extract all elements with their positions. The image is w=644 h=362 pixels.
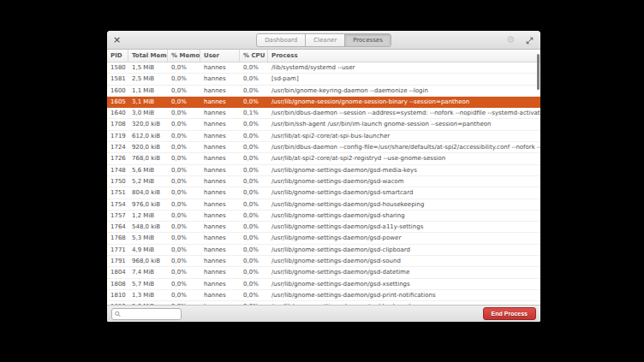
cell-user: hannes — [200, 233, 240, 243]
table-row[interactable]: 1724920,0 kiB0,0%hannes0,0%/usr/bin/dbus… — [107, 142, 540, 153]
table-row[interactable]: 1751804,0 kiB0,0%hannes0,0%/usr/lib/gnom… — [107, 187, 540, 199]
cell-pid: 1768 — [107, 233, 128, 243]
monitor-window: × Dashboard Cleaner Processes ⚙ PID Tota… — [107, 31, 540, 322]
cell-pct_memory: 0,0% — [168, 131, 200, 141]
column-header-user[interactable]: User — [200, 50, 240, 62]
cell-total_memory: 548,0 kiB — [128, 222, 168, 232]
cell-pct_memory: 0,0% — [168, 176, 200, 187]
cell-pct_memory: 0,0% — [168, 74, 200, 84]
column-header-pid[interactable]: PID — [107, 50, 128, 62]
table-row[interactable]: 17714,9 MiB0,0%hannes0,0%/usr/lib/gnome-… — [107, 245, 540, 256]
table-row[interactable]: 17685,3 MiB0,0%hannes0,0%/usr/lib/gnome-… — [107, 233, 540, 244]
cell-total_memory: 2,5 MiB — [128, 74, 168, 84]
tab-cleaner[interactable]: Cleaner — [306, 34, 345, 46]
gear-icon[interactable]: ⚙ — [506, 31, 515, 50]
table-row[interactable]: 15812,5 MiB0,0%hannes0,0%[sd-pam] — [107, 74, 540, 85]
cell-process: /usr/lib/gnome-settings-daemon/gsd-datet… — [268, 267, 540, 277]
column-header-process[interactable]: Process — [268, 50, 540, 62]
cell-user: hannes — [200, 108, 240, 118]
cell-user: hannes — [200, 62, 240, 73]
table-row[interactable]: 1791968,0 kiB0,0%hannes0,0%/usr/lib/gnom… — [107, 256, 540, 267]
cell-pid: 1719 — [107, 131, 128, 141]
table-row-selected[interactable]: 16053,1 MiB0,0%hannes0,0%/usr/lib/gnome-… — [107, 97, 540, 108]
cell-user: hannes — [200, 131, 240, 141]
cell-pct_cpu: 0,0% — [240, 290, 268, 300]
close-icon[interactable]: × — [113, 31, 121, 50]
cell-process: /usr/lib/gnome-settings-daemon/gsd-a11y-… — [268, 222, 540, 232]
expand-diagonal-icon[interactable] — [526, 37, 534, 45]
table-row[interactable]: 1754976,0 kiB0,0%hannes0,0%/usr/lib/gnom… — [107, 199, 540, 211]
cell-pct_cpu: 0,0% — [240, 165, 268, 175]
cell-process: /usr/bin/gnome-keyring-daemon --daemoniz… — [268, 86, 540, 96]
table-row[interactable]: 16403,0 MiB0,0%hannes0,1%/usr/bin/dbus-d… — [107, 108, 540, 119]
cell-pct_cpu: 0,0% — [240, 176, 268, 187]
table-row[interactable]: 1708320,0 kiB0,0%hannes0,0%/usr/bin/ssh-… — [107, 119, 540, 130]
table-row[interactable]: 17571,2 MiB0,0%hannes0,0%/usr/lib/gnome-… — [107, 211, 540, 222]
cell-pct_cpu: 0,0% — [240, 62, 268, 73]
table-row[interactable]: 18101,3 MiB0,0%hannes0,0%/usr/lib/gnome-… — [107, 290, 540, 301]
titlebar-actions: ⚙ — [506, 31, 534, 50]
vertical-scrollbar[interactable] — [537, 54, 540, 90]
cell-total_memory: 3,0 MiB — [128, 108, 168, 118]
search-input[interactable] — [122, 311, 178, 317]
cell-process: /usr/lib/gnome-settings-daemon/gsd-smart… — [268, 187, 540, 198]
cell-user: hannes — [200, 256, 240, 266]
column-header-pct-memory[interactable]: % Memory — [168, 50, 200, 62]
cell-pct_memory: 0,0% — [168, 142, 200, 152]
cell-user: hannes — [200, 165, 240, 175]
cell-total_memory: 5,3 MiB — [128, 233, 168, 243]
column-header-pct-cpu[interactable]: % CPU — [240, 50, 268, 62]
cell-total_memory: 1,1 MiB — [128, 86, 168, 96]
table-row[interactable]: 18085,7 MiB0,0%hannes0,0%/usr/lib/gnome-… — [107, 279, 540, 290]
table-row[interactable]: 15801,5 MiB0,0%hannes0,0%/lib/systemd/sy… — [107, 62, 540, 74]
cell-user: hannes — [200, 245, 240, 255]
table-row[interactable]: 18047,4 MiB0,0%hannes0,0%/usr/lib/gnome-… — [107, 267, 540, 278]
tab-dashboard[interactable]: Dashboard — [257, 34, 306, 46]
cell-process: /usr/lib/at-spi2-core/at-spi2-registryd … — [268, 153, 540, 163]
cell-total_memory: 612,0 kiB — [128, 131, 168, 141]
cell-pct_memory: 0,0% — [168, 62, 200, 73]
cell-process: /usr/lib/gnome-settings-daemon/gsd-shari… — [268, 211, 540, 221]
cell-user: hannes — [200, 199, 240, 210]
table-row[interactable]: 17505,2 MiB0,0%hannes0,0%/usr/lib/gnome-… — [107, 176, 540, 187]
table-row[interactable]: 1764548,0 kiB0,0%hannes0,0%/usr/lib/gnom… — [107, 222, 540, 233]
cell-pct_cpu: 0,1% — [240, 108, 268, 118]
cell-pct_memory: 0,0% — [168, 211, 200, 221]
cell-pct_cpu: 0,0% — [240, 119, 268, 129]
cell-user: hannes — [200, 153, 240, 163]
cell-pid: 1605 — [107, 97, 128, 107]
cell-total_memory: 804,0 kiB — [128, 187, 168, 198]
cell-pid: 1708 — [107, 119, 128, 129]
cell-user: hannes — [200, 279, 240, 289]
cell-pct_cpu: 0,0% — [240, 267, 268, 277]
cell-pid: 1757 — [107, 211, 128, 221]
cell-user: hannes — [200, 267, 240, 277]
cell-total_memory: 976,0 kiB — [128, 199, 168, 210]
tab-processes[interactable]: Processes — [345, 34, 391, 46]
cell-pid: 1748 — [107, 165, 128, 175]
bottom-bar: End Process — [107, 305, 540, 322]
table-row[interactable]: 16001,1 MiB0,0%hannes0,0%/usr/bin/gnome-… — [107, 86, 540, 97]
cell-process: /usr/lib/gnome-settings-daemon/gsd-power — [268, 233, 540, 243]
column-header-total-memory[interactable]: Total Memory — [128, 50, 168, 62]
cell-pct_memory: 0,0% — [168, 199, 200, 210]
end-process-button[interactable]: End Process — [483, 307, 536, 320]
table-row[interactable]: 1726768,0 kiB0,0%hannes0,0%/usr/lib/at-s… — [107, 153, 540, 164]
titlebar[interactable]: × Dashboard Cleaner Processes ⚙ — [107, 31, 540, 50]
cell-total_memory: 5,2 MiB — [128, 176, 168, 187]
cell-pct_memory: 0,0% — [168, 108, 200, 118]
cell-pct_cpu: 0,0% — [240, 222, 268, 232]
cell-process: [sd-pam] — [268, 74, 540, 84]
cell-pid: 1724 — [107, 142, 128, 152]
cell-pct_cpu: 0,0% — [240, 233, 268, 243]
table-row[interactable]: 17485,6 MiB0,0%hannes0,0%/usr/lib/gnome-… — [107, 165, 540, 176]
table-row[interactable]: 1719612,0 kiB0,0%hannes0,0%/usr/lib/at-s… — [107, 131, 540, 142]
cell-process: /usr/lib/gnome-settings-daemon/gsd-media… — [268, 165, 540, 175]
search-icon — [115, 311, 121, 317]
cell-total_memory: 968,0 kiB — [128, 256, 168, 266]
search-field[interactable] — [111, 308, 182, 320]
cell-pct_memory: 0,0% — [168, 119, 200, 129]
cell-total_memory: 5,7 MiB — [128, 279, 168, 289]
cell-total_memory: 3,1 MiB — [128, 97, 168, 107]
cell-pid: 1791 — [107, 256, 128, 266]
